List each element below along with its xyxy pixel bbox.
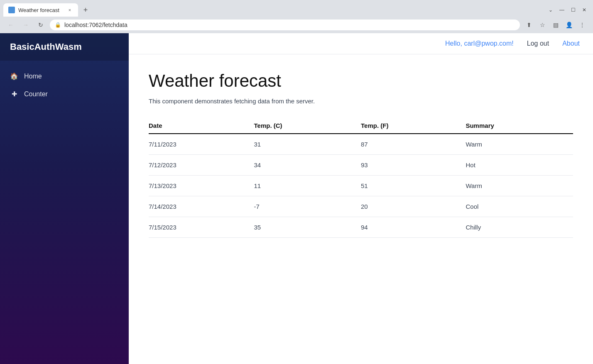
sidebar-item-home[interactable]: 🏠 Home (0, 67, 129, 85)
bookmark-button[interactable]: ☆ (537, 19, 548, 31)
main-content: Hello, carl@pwop.com! Log out About Weat… (129, 33, 593, 364)
table-row: 7/14/2023-720Cool (149, 196, 573, 217)
table-cell-summary: Hot (466, 155, 573, 176)
table-header: Date Temp. (C) Temp. (F) Summary (149, 118, 573, 134)
table-cell-date: 7/13/2023 (149, 176, 254, 196)
table-row: 7/15/20233594Chilly (149, 217, 573, 238)
browser-chrome: Weather forecast × + ⌄ — ☐ ✕ ← → ↻ 🔒 loc… (0, 0, 593, 33)
table-cell-date: 7/11/2023 (149, 134, 254, 155)
table-cell-temp_c: -7 (254, 196, 361, 217)
table-cell-temp_f: 94 (361, 217, 466, 238)
table-cell-temp_f: 87 (361, 134, 466, 155)
address-bar[interactable]: 🔒 localhost:7062/fetchdata (50, 20, 520, 30)
window-minimize[interactable]: — (559, 7, 564, 13)
table-cell-temp_f: 20 (361, 196, 466, 217)
window-controls: ⌄ — ☐ ✕ (549, 7, 590, 13)
page-title: Weather forecast (149, 71, 573, 91)
content-area: Weather forecast This component demonstr… (129, 54, 593, 254)
table-cell-temp_f: 93 (361, 155, 466, 176)
tab-title: Weather forecast (18, 7, 63, 13)
new-tab-button[interactable]: + (80, 4, 91, 16)
table-cell-temp_c: 34 (254, 155, 361, 176)
table-cell-summary: Warm (466, 176, 573, 196)
page-subtitle: This component demonstrates fetching dat… (149, 98, 573, 105)
app-container: BasicAuthWasm 🏠 Home ✚ Counter Hello, ca… (0, 33, 593, 364)
table-cell-temp_c: 35 (254, 217, 361, 238)
table-body: 7/11/20233187Warm7/12/20233493Hot7/13/20… (149, 134, 573, 238)
table-row: 7/13/20231151Warm (149, 176, 573, 196)
table-cell-temp_c: 11 (254, 176, 361, 196)
browser-toolbar: ← → ↻ 🔒 localhost:7062/fetchdata ⬆ ☆ ▤ 👤… (0, 17, 593, 33)
table-row: 7/12/20233493Hot (149, 155, 573, 176)
sidebar-nav: 🏠 Home ✚ Counter (0, 61, 129, 110)
active-tab: Weather forecast × (3, 3, 78, 17)
lock-icon: 🔒 (55, 22, 61, 28)
table-cell-date: 7/15/2023 (149, 217, 254, 238)
sidebar-home-label: Home (24, 73, 42, 80)
menu-button[interactable]: ⋮ (576, 19, 588, 31)
table-cell-summary: Cool (466, 196, 573, 217)
table-cell-summary: Chilly (466, 217, 573, 238)
tab-bar: Weather forecast × + ⌄ — ☐ ✕ (0, 0, 593, 17)
col-header-temp-f: Temp. (F) (361, 118, 466, 134)
greeting-text: Hello, carl@pwop.com! (445, 40, 514, 47)
sidebar-brand: BasicAuthWasm (0, 33, 129, 61)
url-text: localhost:7062/fetchdata (64, 22, 515, 28)
home-icon: 🏠 (10, 72, 18, 80)
sidebar-item-counter[interactable]: ✚ Counter (0, 85, 129, 103)
logout-button[interactable]: Log out (527, 40, 549, 47)
tab-close-button[interactable]: × (66, 7, 73, 13)
share-button[interactable]: ⬆ (523, 19, 535, 31)
table-cell-temp_c: 31 (254, 134, 361, 155)
counter-icon: ✚ (10, 90, 18, 98)
top-bar: Hello, carl@pwop.com! Log out About (129, 33, 593, 54)
weather-table: Date Temp. (C) Temp. (F) Summary 7/11/20… (149, 118, 573, 238)
sidebar-toggle-button[interactable]: ▤ (550, 19, 561, 31)
table-header-row: Date Temp. (C) Temp. (F) Summary (149, 118, 573, 134)
table-cell-temp_f: 51 (361, 176, 466, 196)
table-row: 7/11/20233187Warm (149, 134, 573, 155)
reload-button[interactable]: ↻ (35, 19, 47, 31)
window-close[interactable]: ✕ (582, 7, 586, 13)
sidebar: BasicAuthWasm 🏠 Home ✚ Counter (0, 33, 129, 364)
about-link[interactable]: About (562, 40, 580, 47)
col-header-summary: Summary (466, 118, 573, 134)
window-maximize[interactable]: ☐ (571, 7, 576, 13)
col-header-date: Date (149, 118, 254, 134)
window-chevron[interactable]: ⌄ (549, 7, 553, 13)
back-button[interactable]: ← (5, 19, 17, 31)
toolbar-actions: ⬆ ☆ ▤ 👤 ⋮ (523, 19, 588, 31)
tab-favicon (8, 7, 15, 13)
profile-button[interactable]: 👤 (563, 19, 575, 31)
forward-button[interactable]: → (20, 19, 32, 31)
sidebar-counter-label: Counter (24, 90, 48, 98)
table-cell-date: 7/14/2023 (149, 196, 254, 217)
table-cell-date: 7/12/2023 (149, 155, 254, 176)
table-cell-summary: Warm (466, 134, 573, 155)
col-header-temp-c: Temp. (C) (254, 118, 361, 134)
